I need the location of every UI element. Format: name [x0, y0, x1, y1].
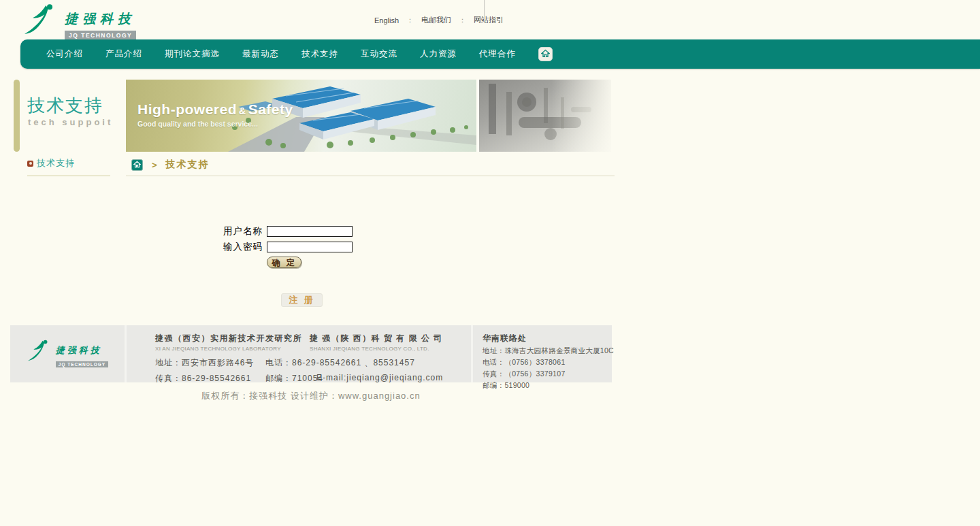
footer-company-info: 捷强（西安）实用新技术开发研究所 捷 强（陕 西）科 贸 有 限 公 司 XI … — [125, 325, 471, 382]
footer-zip: 邮编：710054 — [265, 373, 316, 384]
username-label: 用户名称 — [223, 225, 267, 237]
section-subtitle: tech suppoit — [28, 117, 113, 127]
login-form: 用户名称 输入密码 确 定 — [223, 225, 353, 268]
banner-tagline: Good quality and the best service... — [137, 120, 293, 128]
footer-logo-name-zh: 捷强科技 — [56, 345, 102, 355]
username-input[interactable] — [267, 226, 353, 237]
footer-logo-column: 捷强科技 JQ TECHNOLOGY — [10, 325, 125, 382]
logo-name-zh: 捷强科技 — [65, 11, 135, 26]
south-office-title: 华南联络处 — [483, 333, 608, 344]
nav-item-products[interactable]: 产品介绍 — [105, 48, 142, 60]
nav-home-button[interactable] — [538, 47, 553, 61]
footer-logo-name-en: JQ TECHNOLOGY — [56, 361, 108, 367]
nav-item-journal[interactable]: 期刊论文摘选 — [165, 48, 220, 60]
sidebar-item-tech-support[interactable]: 技术支持 — [27, 157, 110, 176]
company-name-xian: 捷强（西安）实用新技术开发研究所 — [155, 333, 310, 344]
breadcrumb-rule — [126, 176, 615, 176]
footer-address: 地址：西安市西影路46号 — [155, 357, 265, 369]
password-input[interactable] — [267, 242, 353, 252]
main-nav: 公司介绍 产品介绍 期刊论文摘选 最新动态 技术支持 互动交流 人力资源 代理合… — [20, 39, 980, 69]
nav-item-hr[interactable]: 人力资源 — [420, 48, 457, 60]
home-icon — [133, 159, 141, 171]
register-button[interactable]: 注 册 — [281, 293, 323, 307]
logo-name-en: JQ TECHNOLOGY — [65, 31, 136, 40]
company-name-xian-en: XI AN JIEQIANG TECHNOLOGY LABORATORY — [155, 346, 310, 352]
topbar-separator: ： — [459, 15, 466, 25]
copyright-line: 版权所有：接强科技 设计维护：www.guangjiao.cn — [10, 390, 612, 402]
south-office-zip: 邮编：519000 — [483, 381, 608, 391]
topbar-link-email[interactable]: 电邮我们 — [421, 15, 451, 25]
company-logo[interactable]: 捷强科技 JQ TECHNOLOGY — [22, 4, 136, 40]
company-name-shanxi: 捷 强（陕 西）科 贸 有 限 公 司 — [310, 333, 443, 344]
south-office-phone: 电话：（0756）3378061 — [483, 358, 608, 367]
company-name-shanxi-en: SHANXI JIEQIANG TECHNOLOGY CO., LTD. — [310, 346, 429, 352]
home-icon — [541, 48, 550, 61]
password-label: 输入密码 — [223, 241, 267, 253]
logo-swoosh-icon — [22, 4, 62, 35]
footer-fax: 传真：86-29-85542661 — [155, 373, 265, 384]
sidebar-item-label: 技术支持 — [37, 157, 75, 169]
nav-item-support[interactable]: 技术支持 — [301, 48, 338, 60]
nav-item-company[interactable]: 公司介绍 — [46, 48, 83, 60]
banner-factory-image: High-powered&Safety Good quality and the… — [126, 80, 476, 152]
hero-banner: High-powered&Safety Good quality and the… — [126, 80, 611, 152]
breadcrumb-current: 技术支持 — [166, 159, 210, 171]
footer-south-office: 华南联络处 地址：珠海吉大园林路金景商业大厦10C 电话：（0756）33780… — [471, 325, 608, 382]
nav-item-interaction[interactable]: 互动交流 — [361, 48, 397, 60]
footer-phone: 电话：86-29-85542661 、85531457 — [265, 357, 415, 369]
nav-item-news[interactable]: 最新动态 — [242, 48, 279, 60]
topbar-link-english[interactable]: English — [374, 16, 399, 24]
logo-swoosh-icon — [27, 340, 54, 365]
section-title: 技术支持 — [27, 94, 103, 118]
breadcrumb-separator: > — [152, 160, 157, 170]
south-office-fax: 传真：（0756）3379107 — [483, 369, 608, 379]
sidebar-accent-bar — [14, 80, 20, 152]
nav-item-agency[interactable]: 代理合作 — [479, 48, 516, 60]
footer: 捷强科技 JQ TECHNOLOGY 捷强（西安）实用新技术开发研究所 捷 强（… — [10, 325, 612, 382]
south-office-address: 地址：珠海吉大园林路金景商业大厦10C — [483, 346, 608, 356]
breadcrumb-home-button[interactable] — [131, 159, 143, 171]
banner-industrial-image — [479, 80, 611, 152]
topbar-link-sitemap[interactable]: 网站指引 — [474, 15, 504, 25]
bullet-icon — [27, 161, 33, 167]
footer-email: E-mail:jieqiang@jieqiang.com — [316, 373, 443, 384]
topbar-separator: ： — [406, 15, 414, 25]
breadcrumb: > 技术支持 — [131, 159, 210, 171]
header-divider — [484, 0, 485, 19]
submit-button[interactable]: 确 定 — [267, 257, 301, 268]
footer-logo: 捷强科技 JQ TECHNOLOGY — [27, 340, 108, 369]
banner-headline: High-powered&Safety — [137, 101, 293, 118]
